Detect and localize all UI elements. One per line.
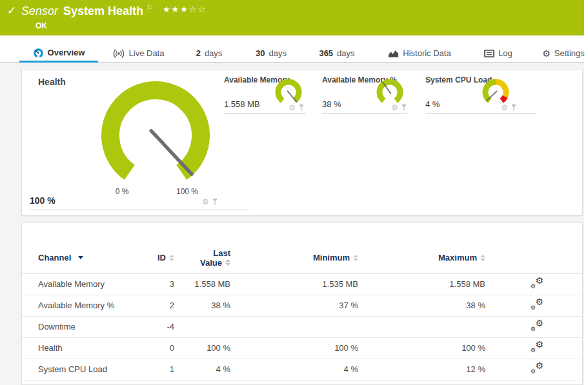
mini-gauge-value: 4 % [425,99,440,109]
page-title: System Health [63,5,143,18]
cell-minimum: 1.535 MB [233,273,361,295]
gauge-settings-gear-icon[interactable]: ⚙ [289,104,296,112]
tab-label: Live Data [129,48,165,58]
cell-last-value: 1.558 MB [177,273,233,295]
gauge-settings-gear-icon[interactable]: ⚙ [391,104,398,112]
tab-live-data[interactable]: Live Data [108,44,168,63]
table-row[interactable]: Health 0 100 % 100 % 100 % ⚙⚙ [22,337,583,359]
cell-last-value: 38 % [177,295,233,316]
cell-channel[interactable]: Downtime [22,316,151,337]
sort-arrows-icon [169,255,174,261]
column-header-label: Channel [38,253,71,262]
cell-minimum: 4 % [233,359,361,380]
column-header-tools [488,242,583,273]
table-row[interactable]: Available Memory 3 1.558 MB 1.535 MB 1.5… [22,273,583,295]
cell-last-value [177,316,233,337]
mini-gauge-value: 38 % [322,99,341,109]
cell-minimum: 37 % [233,295,361,316]
sort-caret-down-icon [78,256,83,259]
flag-icon[interactable]: ⚐ [147,3,154,12]
mini-gauge-value: 1.558 MB [224,99,260,109]
tab-log[interactable]: Log [483,44,514,63]
tab-historic-data[interactable]: Historic Data [386,44,453,63]
gauge-max-label: 100 % [168,187,207,196]
column-header-maximum[interactable]: Maximum [361,242,488,273]
cell-maximum [361,316,488,337]
gauge-needle [151,131,192,174]
status-badge: OK [35,21,47,30]
tab-label: days [205,48,222,58]
sensor-header: ✓ Sensor System Health ⚐ ★★★☆☆ OK [0,0,584,35]
column-header-id[interactable]: ID [151,242,177,273]
health-gauge [100,80,211,191]
gauge-settings-gear-icon[interactable]: ⚙ [501,104,508,112]
tab-2-days[interactable]: 2 days [192,44,226,63]
pin-icon[interactable] [511,104,517,112]
column-header-label: Minimum [313,253,350,262]
tab-settings[interactable]: ⚙ Settings [541,44,586,63]
gear-icon: ⚙ [542,48,551,59]
ok-check-icon: ✓ [7,4,16,17]
mini-gauge-available-memory-pct: Available Memory % 38 % ⚙ [322,75,407,114]
mini-gauge-available-memory: Available Memory 1.558 MB ⚙ [224,75,306,114]
cell-maximum: 100 % [361,337,488,359]
column-header-label: Value [200,258,222,268]
cell-channel[interactable]: Available Memory % [22,295,151,316]
channel-settings-gears-icon[interactable]: ⚙⚙ [531,341,543,353]
tab-label: Log [498,48,512,58]
content-area: Health 0 % 100 % 100 % ⚙ Available Memor… [0,63,584,385]
tab-label: Settings [554,48,585,58]
divider [30,210,249,210]
table-row[interactable]: System CPU Load 1 4 % 4 % 12 % ⚙⚙ [22,359,583,380]
tab-overview[interactable]: Overview [19,44,98,63]
cell-last-value: 4 % [177,359,233,380]
cell-maximum: 1.558 MB [361,273,488,295]
tab-bar: Overview Live Data 2 days 30 days 365 da… [0,44,584,63]
column-header-minimum[interactable]: Minimum [233,242,361,273]
cell-id: 2 [151,295,177,316]
cell-minimum: 100 % [233,337,361,359]
channel-settings-gears-icon[interactable]: ⚙⚙ [531,362,543,374]
cell-channel[interactable]: System CPU Load [22,359,151,380]
cell-channel[interactable]: Health [22,337,151,359]
cell-minimum [233,316,361,337]
overview-gauges-panel: Health 0 % 100 % 100 % ⚙ Available Memor… [21,70,583,215]
object-kind-label: Sensor [21,5,58,18]
cell-last-value: 100 % [177,337,233,359]
table-row[interactable]: Available Memory % 2 38 % 37 % 38 % ⚙⚙ [22,295,583,316]
mini-gauge-system-cpu-load: System CPU Load 4 % ⚙ [425,75,536,114]
gauge-min-label: 0 % [106,187,138,196]
gauge-icon [33,47,44,58]
tab-number: 365 [319,48,333,58]
pin-icon[interactable] [212,198,218,206]
column-header-channel[interactable]: Channel [22,242,151,273]
priority-stars[interactable]: ★★★☆☆ [163,5,207,14]
table-header-row: Channel ID Last Value Minimum [22,242,583,273]
tab-label: days [269,48,287,58]
table-row[interactable]: Downtime -4 ⚙⚙ [22,316,583,337]
tab-label: Historic Data [403,48,451,58]
gauge-settings-gear-icon[interactable]: ⚙ [202,198,209,206]
sort-arrows-icon [225,259,230,266]
channel-settings-gears-icon[interactable]: ⚙⚙ [531,277,543,289]
cell-channel[interactable]: Available Memory [22,273,151,295]
cell-id: -4 [151,316,177,337]
channel-settings-gears-icon[interactable]: ⚙⚙ [531,299,543,310]
log-list-icon [484,49,494,58]
tab-label: days [337,48,354,58]
tab-number: 30 [256,48,265,58]
cell-id: 3 [151,273,177,295]
channels-table-panel: Channel ID Last Value Minimum [21,222,583,385]
pin-icon[interactable] [401,104,407,112]
column-header-label: ID [157,253,166,262]
channel-settings-gears-icon[interactable]: ⚙⚙ [531,320,543,331]
column-header-last-value[interactable]: Last Value [177,242,233,273]
cell-id: 1 [151,359,177,380]
tab-30-days[interactable]: 30 days [252,44,290,63]
pin-icon[interactable] [298,104,305,112]
area-chart-icon [388,49,399,58]
sort-arrows-icon [480,255,485,261]
cell-maximum: 38 % [361,295,488,316]
tab-365-days[interactable]: 365 days [316,44,358,63]
health-gauge-title: Health [38,77,66,87]
